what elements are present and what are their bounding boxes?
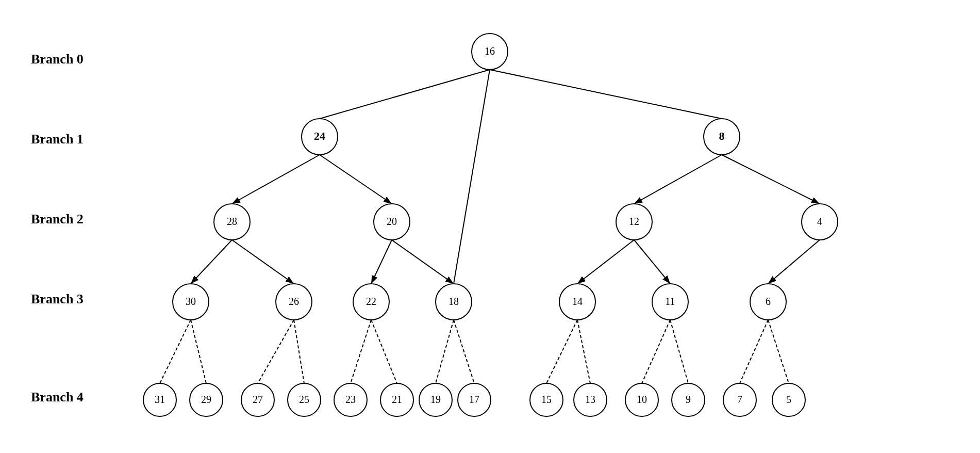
svg-line-28 [768,320,789,383]
svg-line-10 [371,240,392,284]
svg-text:6: 6 [766,296,771,307]
svg-line-12 [577,240,634,284]
svg-line-22 [454,320,474,383]
svg-text:22: 22 [366,296,376,307]
svg-text:20: 20 [387,216,397,227]
svg-line-26 [670,320,688,383]
svg-line-27 [740,320,768,383]
svg-text:28: 28 [227,216,237,227]
svg-line-25 [642,320,670,383]
svg-text:14: 14 [572,296,583,307]
svg-text:13: 13 [585,394,595,405]
svg-line-14 [768,240,820,284]
svg-text:26: 26 [289,296,299,307]
svg-line-23 [546,320,577,383]
svg-text:31: 31 [155,394,165,405]
svg-text:10: 10 [637,394,647,405]
svg-text:7: 7 [737,394,742,405]
svg-line-16 [191,320,206,383]
svg-line-9 [232,240,294,284]
svg-text:8: 8 [719,130,725,142]
svg-line-17 [258,320,294,383]
svg-text:23: 23 [345,394,356,405]
svg-text:19: 19 [430,394,441,405]
svg-text:27: 27 [253,394,263,405]
svg-text:24: 24 [314,130,325,142]
svg-line-5 [320,155,392,204]
svg-text:12: 12 [629,216,639,227]
svg-line-21 [436,320,454,383]
svg-text:17: 17 [469,394,479,405]
svg-text:30: 30 [186,296,196,307]
svg-text:21: 21 [392,394,402,405]
tree-container: Branch 0 Branch 1 Branch 2 Branch 3 Bran… [0,0,980,453]
svg-line-4 [232,155,320,204]
svg-text:29: 29 [201,394,211,405]
svg-line-3 [454,70,490,284]
svg-text:16: 16 [485,45,495,57]
svg-line-11 [392,240,454,284]
svg-text:11: 11 [665,296,675,307]
svg-text:18: 18 [449,296,459,307]
svg-line-7 [722,155,820,204]
svg-text:15: 15 [541,394,552,405]
svg-text:4: 4 [817,216,822,227]
svg-line-6 [634,155,722,204]
svg-line-24 [577,320,590,383]
svg-text:5: 5 [786,394,791,405]
svg-text:9: 9 [686,394,691,405]
svg-text:25: 25 [299,394,309,405]
svg-line-8 [191,240,232,284]
svg-line-20 [371,320,397,383]
tree-svg: 1624828201243026221814116312927252321191… [0,0,980,453]
svg-line-2 [490,70,722,119]
svg-line-19 [351,320,371,383]
svg-line-18 [294,320,304,383]
svg-line-13 [634,240,670,284]
svg-line-1 [320,70,490,119]
svg-line-15 [160,320,191,383]
